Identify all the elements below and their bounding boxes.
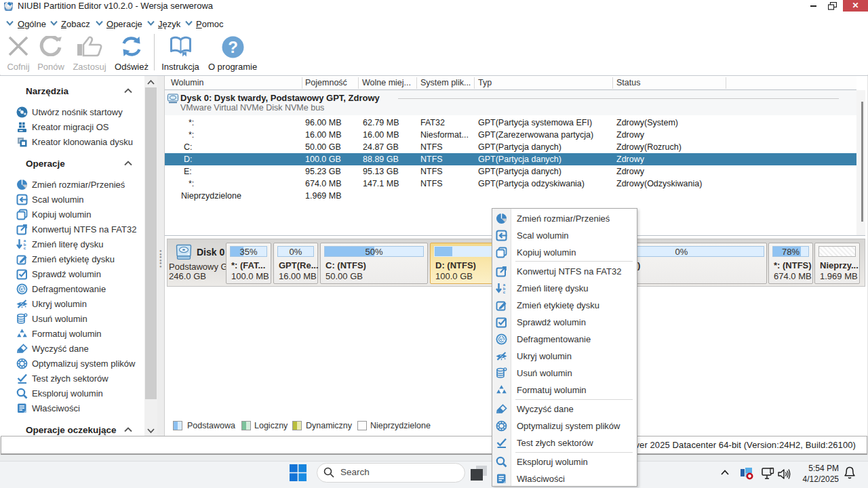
svg-text:?: ?: [228, 38, 238, 56]
